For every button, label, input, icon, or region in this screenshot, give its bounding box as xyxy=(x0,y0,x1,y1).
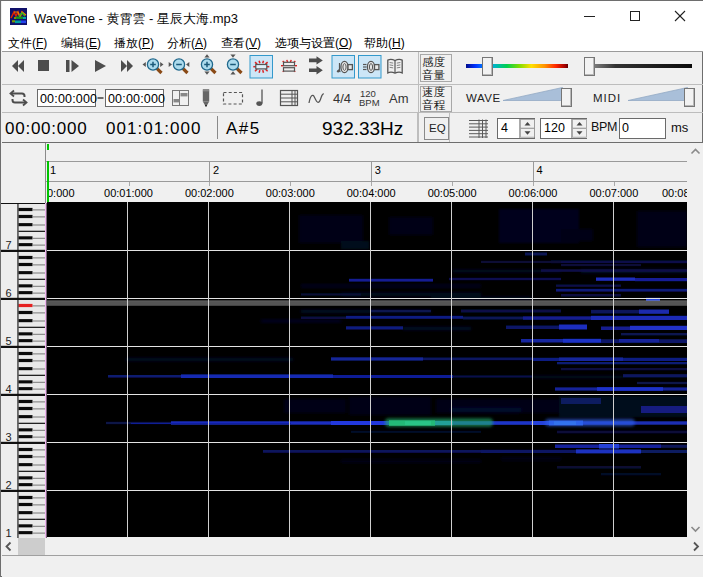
svg-text:00:00:000: 00:00:000 xyxy=(108,92,165,106)
svg-text:2: 2 xyxy=(6,479,12,491)
svg-text:Am: Am xyxy=(389,91,409,106)
svg-text:5: 5 xyxy=(6,335,12,347)
svg-text:7: 7 xyxy=(6,239,12,251)
svg-text:6: 6 xyxy=(6,287,12,299)
svg-text:4/4: 4/4 xyxy=(333,91,351,106)
svg-text:4: 4 xyxy=(6,383,12,395)
svg-text:BPM: BPM xyxy=(359,97,380,108)
svg-text:3: 3 xyxy=(6,431,12,443)
svg-text:00:00:000: 00:00:000 xyxy=(40,92,97,106)
svg-text:1: 1 xyxy=(6,527,12,538)
